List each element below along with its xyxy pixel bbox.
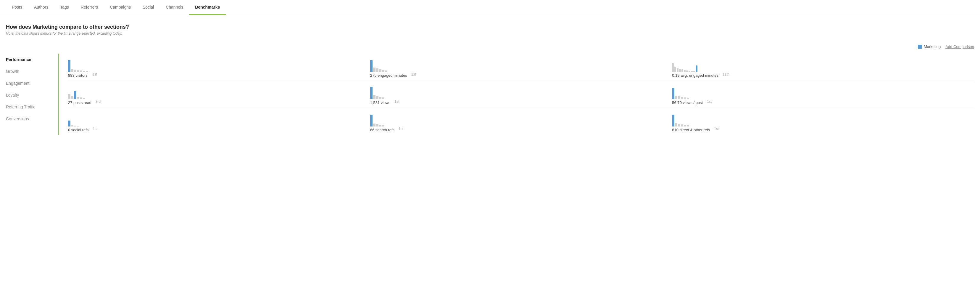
bar-chart-1-2 <box>672 84 703 99</box>
bar-2-2-5 <box>687 125 689 127</box>
nav-item-benchmarks[interactable]: Benchmarks <box>189 0 226 15</box>
metrics-row-1: 27 posts read3rd1,531 views1st56.70 view… <box>68 81 974 108</box>
bar-1-1-1 <box>373 95 375 99</box>
bar-1-2-5 <box>687 98 689 99</box>
nav-item-social[interactable]: Social <box>137 0 160 15</box>
metric-value-1-2: 56.70 views / post <box>672 101 703 105</box>
bar-2-2-1 <box>675 123 677 127</box>
bar-2-2-4 <box>684 125 686 127</box>
bar-2-1-1 <box>373 123 375 127</box>
metric-col-2-2: 610 direct & other refs1st <box>672 111 974 132</box>
bar-0-0-3 <box>77 70 79 72</box>
nav-item-authors[interactable]: Authors <box>28 0 54 15</box>
metric-rank-2-0: 1st <box>91 127 97 132</box>
bar-1-0-5 <box>83 98 85 99</box>
bar-2-0-3 <box>77 126 79 127</box>
bar-1-0-0 <box>68 94 70 99</box>
nav-item-channels[interactable]: Channels <box>160 0 189 15</box>
bar-1-1-4 <box>382 98 384 99</box>
content-area: PerformanceGrowthEngagementLoyaltyReferr… <box>6 54 974 135</box>
bar-0-2-4 <box>681 69 683 72</box>
bar-1-1-0 <box>370 87 372 99</box>
bar-1-0-2 <box>74 91 76 99</box>
bar-0-2-1 <box>675 67 676 72</box>
sidebar: PerformanceGrowthEngagementLoyaltyReferr… <box>6 54 59 135</box>
metric-col-1-1: 1,531 views1st <box>370 84 672 105</box>
metric-value-0-1: 275 engaged minutes <box>370 73 407 78</box>
bar-1-2-3 <box>681 97 683 99</box>
bar-chart-1-0 <box>68 84 91 99</box>
bar-chart-0-2 <box>672 56 718 72</box>
bar-0-2-7 <box>689 71 690 72</box>
bar-0-2-5 <box>684 70 686 72</box>
add-comparison-button[interactable]: Add Comparison <box>945 45 974 49</box>
metric-rank-0-2: 11th <box>721 72 729 78</box>
sidebar-item-conversions[interactable]: Conversions <box>6 113 58 125</box>
bar-2-1-3 <box>379 125 382 127</box>
legend-row: Marketing Add Comparison <box>6 45 974 49</box>
sidebar-item-performance[interactable]: Performance <box>6 54 58 66</box>
metric-rank-1-0: 3rd <box>94 99 100 105</box>
bar-0-1-5 <box>385 70 387 72</box>
bar-chart-0-0 <box>68 56 88 72</box>
bar-1-1-2 <box>376 96 379 99</box>
metric-value-2-0: 0 social refs <box>68 128 89 132</box>
metric-rank-2-1: 1st <box>397 127 403 132</box>
bar-0-1-3 <box>379 69 382 72</box>
sidebar-item-engagement[interactable]: Engagement <box>6 77 58 89</box>
bar-1-0-3 <box>77 97 79 99</box>
nav-item-tags[interactable]: Tags <box>54 0 75 15</box>
bar-2-2-3 <box>681 124 683 127</box>
bar-2-0-1 <box>71 125 73 127</box>
metric-value-0-0: 883 visitors <box>68 73 88 78</box>
sidebar-item-loyalty[interactable]: Loyalty <box>6 89 58 101</box>
metrics-row-0: 883 visitors1st275 engaged minutes1st0:1… <box>68 54 974 81</box>
bar-1-2-2 <box>678 96 680 99</box>
bar-0-0-0 <box>68 60 70 72</box>
metric-col-0-1: 275 engaged minutes1st <box>370 56 672 78</box>
page-subtitle: Note: the data shows metrics for the tim… <box>6 31 974 35</box>
sidebar-item-growth[interactable]: Growth <box>6 66 58 77</box>
metric-value-0-2: 0:19 avg. engaged minutes <box>672 73 718 78</box>
metric-rank-1-2: 1st <box>705 99 712 105</box>
bar-1-0-1 <box>71 96 73 99</box>
bar-0-0-1 <box>71 69 73 72</box>
bar-2-0-0 <box>68 120 70 127</box>
nav-item-posts[interactable]: Posts <box>6 0 28 15</box>
bar-0-0-5 <box>83 71 85 72</box>
bar-1-0-4 <box>80 98 82 99</box>
bar-0-2-3 <box>679 69 681 72</box>
sidebar-item-referring-traffic[interactable]: Referring Traffic <box>6 101 58 113</box>
metric-col-2-1: 66 search refs1st <box>370 111 672 132</box>
nav-item-referrers[interactable]: Referrers <box>75 0 104 15</box>
metrics-area: 883 visitors1st275 engaged minutes1st0:1… <box>59 54 974 135</box>
bar-2-2-2 <box>678 124 680 127</box>
metrics-row-2: 0 social refs1st66 search refs1st610 dir… <box>68 108 974 135</box>
bar-0-2-2 <box>677 68 678 72</box>
metric-col-2-0: 0 social refs1st <box>68 111 370 132</box>
bar-chart-1-1 <box>370 84 391 99</box>
bar-chart-0-1 <box>370 56 407 72</box>
metric-value-1-1: 1,531 views <box>370 101 391 105</box>
nav-item-campaigns[interactable]: Campaigns <box>104 0 137 15</box>
bar-0-0-6 <box>86 71 88 72</box>
legend-color-marketing <box>918 45 922 49</box>
metric-value-2-2: 610 direct & other refs <box>672 128 710 132</box>
page-title: How does Marketing compare to other sect… <box>6 24 974 30</box>
bar-2-1-4 <box>382 125 384 127</box>
bar-0-1-2 <box>376 69 379 72</box>
bar-chart-2-0 <box>68 111 89 127</box>
metric-rank-1-1: 1st <box>393 99 399 105</box>
bar-1-1-3 <box>379 97 382 99</box>
legend-marketing: Marketing <box>918 45 941 49</box>
metric-value-1-0: 27 posts read <box>68 101 91 105</box>
metric-col-0-2: 0:19 avg. engaged minutes11th <box>672 56 974 78</box>
bar-0-2-0 <box>672 63 674 72</box>
bar-2-2-0 <box>672 115 675 127</box>
bar-0-2-9 <box>693 71 695 72</box>
metric-col-0-0: 883 visitors1st <box>68 56 370 78</box>
legend-marketing-label: Marketing <box>924 45 941 49</box>
bar-1-2-4 <box>684 98 686 99</box>
bar-0-2-8 <box>691 71 693 72</box>
bar-1-2-0 <box>672 88 675 99</box>
